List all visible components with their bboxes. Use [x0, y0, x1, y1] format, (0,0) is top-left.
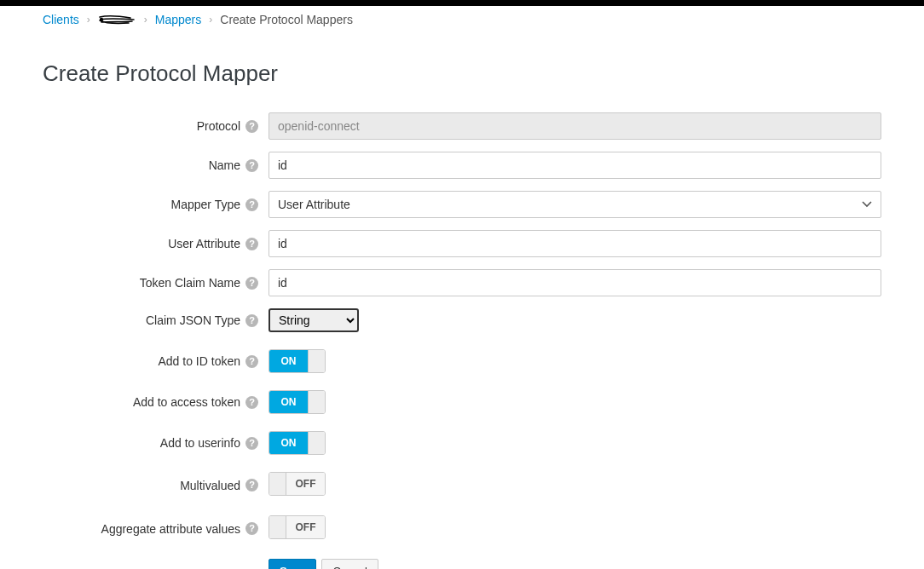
- help-icon[interactable]: ?: [245, 437, 258, 450]
- page-title: Create Protocol Mapper: [43, 60, 881, 87]
- label-protocol: Protocol ?: [43, 119, 269, 133]
- label-add-userinfo: Add to userinfo ?: [43, 436, 269, 450]
- form-actions: Save Cancel: [269, 559, 881, 569]
- claim-json-type-select[interactable]: String: [269, 308, 359, 332]
- label-add-access-token: Add to access token ?: [43, 395, 269, 409]
- help-icon[interactable]: ?: [245, 314, 258, 327]
- help-icon[interactable]: ?: [245, 479, 258, 491]
- label-claim-json-type: Claim JSON Type ?: [43, 313, 269, 327]
- user-attribute-input[interactable]: [269, 230, 881, 257]
- svg-point-0: [100, 18, 103, 21]
- top-bar: [0, 0, 924, 6]
- label-mapper-type: Mapper Type ?: [43, 198, 269, 211]
- help-icon[interactable]: ?: [245, 277, 258, 290]
- protocol-mapper-form: Protocol ? Name ? Mapper Type ?: [43, 112, 881, 569]
- breadcrumb-clients[interactable]: Clients: [43, 13, 79, 26]
- toggle-knob: [269, 473, 286, 495]
- breadcrumb-client-redacted: [98, 14, 136, 25]
- label-user-attribute: User Attribute ?: [43, 237, 269, 250]
- multivalued-toggle[interactable]: OFF: [269, 472, 326, 496]
- help-icon[interactable]: ?: [245, 355, 258, 368]
- toggle-knob: [269, 516, 286, 538]
- add-access-token-toggle[interactable]: ON: [269, 390, 326, 414]
- token-claim-name-input[interactable]: [269, 269, 881, 296]
- chevron-right-icon: ›: [144, 14, 147, 26]
- add-userinfo-toggle[interactable]: ON: [269, 431, 326, 455]
- help-icon[interactable]: ?: [245, 238, 258, 250]
- cancel-button[interactable]: Cancel: [321, 559, 378, 569]
- protocol-field: [269, 112, 881, 140]
- add-id-token-toggle[interactable]: ON: [269, 349, 326, 373]
- breadcrumb: Clients › › Mappers › Create Protocol Ma…: [43, 6, 881, 37]
- help-icon[interactable]: ?: [245, 396, 258, 409]
- toggle-knob: [308, 350, 325, 372]
- label-aggregate: Aggregate attribute values ?: [43, 522, 269, 536]
- save-button[interactable]: Save: [269, 559, 316, 569]
- label-name: Name ?: [43, 158, 269, 172]
- label-add-id-token: Add to ID token ?: [43, 354, 269, 368]
- mapper-type-select[interactable]: User Attribute: [269, 191, 881, 218]
- toggle-knob: [308, 432, 325, 454]
- label-token-claim-name: Token Claim Name ?: [43, 276, 269, 290]
- breadcrumb-mappers[interactable]: Mappers: [155, 13, 201, 26]
- chevron-right-icon: ›: [209, 14, 212, 26]
- breadcrumb-current: Create Protocol Mappers: [220, 13, 353, 26]
- name-input[interactable]: [269, 152, 881, 179]
- help-icon[interactable]: ?: [245, 120, 258, 133]
- help-icon[interactable]: ?: [245, 522, 258, 535]
- label-multivalued: Multivalued ?: [43, 479, 269, 492]
- help-icon[interactable]: ?: [245, 198, 258, 211]
- help-icon[interactable]: ?: [245, 159, 258, 172]
- aggregate-toggle[interactable]: OFF: [269, 515, 326, 539]
- chevron-right-icon: ›: [87, 14, 90, 26]
- toggle-knob: [308, 391, 325, 413]
